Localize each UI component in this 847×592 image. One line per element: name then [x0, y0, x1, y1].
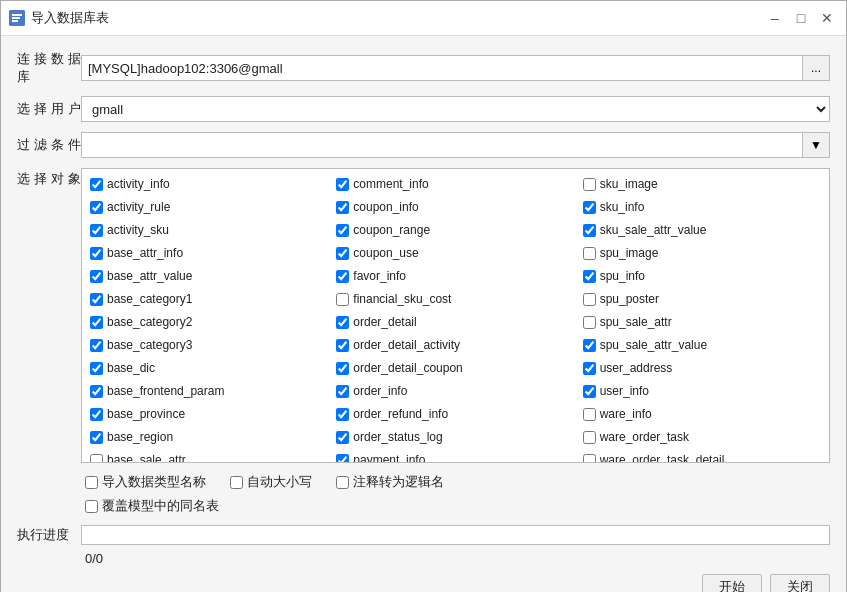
list-item[interactable]: base_attr_info: [86, 242, 332, 264]
list-item[interactable]: spu_sale_attr_value: [579, 334, 825, 356]
item-checkbox[interactable]: [336, 293, 349, 306]
comment-to-logical-checkbox[interactable]: [336, 476, 349, 489]
user-select[interactable]: gmall: [81, 96, 830, 122]
auto-lowercase-option[interactable]: 自动大小写: [230, 473, 312, 491]
maximize-button[interactable]: □: [790, 7, 812, 29]
item-checkbox[interactable]: [336, 408, 349, 421]
item-checkbox[interactable]: [336, 270, 349, 283]
item-checkbox[interactable]: [90, 362, 103, 375]
list-item[interactable]: sku_image: [579, 173, 825, 195]
list-item[interactable]: financial_sku_cost: [332, 288, 578, 310]
import-type-name-checkbox[interactable]: [85, 476, 98, 489]
objects-panel[interactable]: activity_infocomment_infosku_imageactivi…: [81, 168, 830, 463]
item-checkbox[interactable]: [583, 316, 596, 329]
item-checkbox[interactable]: [336, 431, 349, 444]
list-item[interactable]: favor_info: [332, 265, 578, 287]
override-same-table-checkbox[interactable]: [85, 500, 98, 513]
list-item[interactable]: order_detail: [332, 311, 578, 333]
list-item[interactable]: coupon_range: [332, 219, 578, 241]
item-checkbox[interactable]: [583, 201, 596, 214]
list-item[interactable]: activity_info: [86, 173, 332, 195]
list-item[interactable]: base_frontend_param: [86, 380, 332, 402]
list-item[interactable]: order_detail_activity: [332, 334, 578, 356]
auto-lowercase-checkbox[interactable]: [230, 476, 243, 489]
list-item[interactable]: comment_info: [332, 173, 578, 195]
item-checkbox[interactable]: [336, 385, 349, 398]
list-item[interactable]: spu_image: [579, 242, 825, 264]
comment-to-logical-option[interactable]: 注释转为逻辑名: [336, 473, 444, 491]
item-checkbox[interactable]: [90, 454, 103, 464]
item-checkbox[interactable]: [336, 247, 349, 260]
list-item[interactable]: user_info: [579, 380, 825, 402]
list-item[interactable]: base_category3: [86, 334, 332, 356]
item-checkbox[interactable]: [583, 178, 596, 191]
item-checkbox[interactable]: [583, 431, 596, 444]
item-checkbox[interactable]: [336, 178, 349, 191]
item-checkbox[interactable]: [336, 454, 349, 464]
list-item[interactable]: activity_sku: [86, 219, 332, 241]
list-item[interactable]: base_sale_attr: [86, 449, 332, 463]
list-item[interactable]: spu_poster: [579, 288, 825, 310]
item-checkbox[interactable]: [583, 454, 596, 464]
item-checkbox[interactable]: [583, 362, 596, 375]
item-checkbox[interactable]: [336, 224, 349, 237]
close-dialog-button[interactable]: 关闭: [770, 574, 830, 592]
item-checkbox[interactable]: [583, 408, 596, 421]
item-checkbox[interactable]: [90, 178, 103, 191]
import-type-name-option[interactable]: 导入数据类型名称: [85, 473, 206, 491]
item-checkbox[interactable]: [583, 247, 596, 260]
list-item[interactable]: ware_info: [579, 403, 825, 425]
item-checkbox[interactable]: [583, 293, 596, 306]
list-item[interactable]: ware_order_task_detail: [579, 449, 825, 463]
item-checkbox[interactable]: [90, 270, 103, 283]
list-item[interactable]: sku_sale_attr_value: [579, 219, 825, 241]
list-item[interactable]: ware_order_task: [579, 426, 825, 448]
list-item[interactable]: base_region: [86, 426, 332, 448]
item-checkbox[interactable]: [90, 339, 103, 352]
list-item[interactable]: order_detail_coupon: [332, 357, 578, 379]
filter-browse-button[interactable]: ▼: [802, 132, 830, 158]
list-item[interactable]: order_info: [332, 380, 578, 402]
connection-input[interactable]: [81, 55, 802, 81]
list-item[interactable]: coupon_info: [332, 196, 578, 218]
list-item[interactable]: base_province: [86, 403, 332, 425]
item-checkbox[interactable]: [583, 339, 596, 352]
filter-input[interactable]: [81, 132, 802, 158]
browse-button[interactable]: ...: [802, 55, 830, 81]
item-checkbox[interactable]: [90, 316, 103, 329]
override-same-table-option[interactable]: 覆盖模型中的同名表: [85, 497, 830, 515]
item-checkbox[interactable]: [336, 339, 349, 352]
list-item[interactable]: base_dic: [86, 357, 332, 379]
item-label: order_detail: [353, 315, 416, 329]
item-checkbox[interactable]: [90, 385, 103, 398]
item-checkbox[interactable]: [90, 224, 103, 237]
item-checkbox[interactable]: [90, 408, 103, 421]
item-checkbox[interactable]: [583, 385, 596, 398]
list-item[interactable]: base_category1: [86, 288, 332, 310]
list-item[interactable]: user_address: [579, 357, 825, 379]
list-item[interactable]: spu_sale_attr: [579, 311, 825, 333]
list-item[interactable]: sku_info: [579, 196, 825, 218]
list-item[interactable]: coupon_use: [332, 242, 578, 264]
item-checkbox[interactable]: [336, 316, 349, 329]
item-checkbox[interactable]: [583, 224, 596, 237]
list-item[interactable]: spu_info: [579, 265, 825, 287]
list-item[interactable]: order_refund_info: [332, 403, 578, 425]
list-item[interactable]: payment_info: [332, 449, 578, 463]
item-checkbox[interactable]: [90, 247, 103, 260]
close-button[interactable]: ✕: [816, 7, 838, 29]
item-checkbox[interactable]: [336, 362, 349, 375]
list-item[interactable]: activity_rule: [86, 196, 332, 218]
item-label: payment_info: [353, 453, 425, 463]
item-checkbox[interactable]: [90, 201, 103, 214]
item-checkbox[interactable]: [90, 431, 103, 444]
progress-row: 执行进度: [17, 525, 830, 545]
list-item[interactable]: base_attr_value: [86, 265, 332, 287]
item-checkbox[interactable]: [583, 270, 596, 283]
start-button[interactable]: 开始: [702, 574, 762, 592]
list-item[interactable]: base_category2: [86, 311, 332, 333]
minimize-button[interactable]: –: [764, 7, 786, 29]
item-checkbox[interactable]: [336, 201, 349, 214]
item-checkbox[interactable]: [90, 293, 103, 306]
list-item[interactable]: order_status_log: [332, 426, 578, 448]
